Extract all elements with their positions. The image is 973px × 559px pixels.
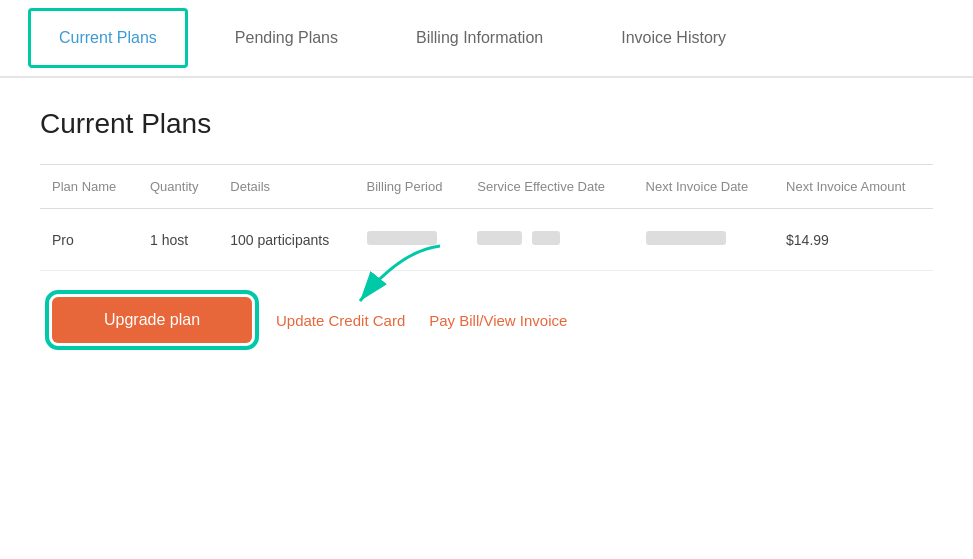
col-billing-period: Billing Period — [355, 165, 466, 209]
arrow-container: Upgrade plan Update Credit Card Pay Bill… — [40, 281, 933, 359]
table-row: Pro 1 host 100 participants $14.99 — [40, 209, 933, 271]
update-credit-card-link[interactable]: Update Credit Card — [276, 312, 405, 329]
plans-table: Plan Name Quantity Details Billing Perio… — [40, 164, 933, 271]
col-next-invoice-date: Next Invoice Date — [634, 165, 774, 209]
col-plan-name: Plan Name — [40, 165, 138, 209]
col-next-invoice-amount: Next Invoice Amount — [774, 165, 933, 209]
nav-tabs: Current Plans Pending Plans Billing Info… — [0, 0, 973, 78]
page-title: Current Plans — [40, 108, 933, 140]
cell-quantity: 1 host — [138, 209, 218, 271]
service-date-blurred-1 — [477, 231, 522, 245]
service-date-blurred-2 — [532, 231, 560, 245]
tab-billing-information[interactable]: Billing Information — [385, 8, 574, 68]
tab-pending-plans[interactable]: Pending Plans — [204, 8, 369, 68]
tab-current-plans[interactable]: Current Plans — [28, 8, 188, 68]
col-quantity: Quantity — [138, 165, 218, 209]
cell-details: 100 participants — [218, 209, 354, 271]
col-service-effective-date: Service Effective Date — [465, 165, 633, 209]
cell-plan-name: Pro — [40, 209, 138, 271]
page-content: Current Plans Plan Name Quantity Details… — [0, 78, 973, 389]
cell-billing-period — [355, 209, 466, 271]
pay-bill-view-invoice-link[interactable]: Pay Bill/View Invoice — [429, 312, 567, 329]
billing-period-blurred — [367, 231, 437, 245]
col-details: Details — [218, 165, 354, 209]
cell-service-effective-date — [465, 209, 633, 271]
cell-next-invoice-amount: $14.99 — [774, 209, 933, 271]
next-invoice-date-blurred — [646, 231, 726, 245]
tab-invoice-history[interactable]: Invoice History — [590, 8, 757, 68]
upgrade-plan-button[interactable]: Upgrade plan — [52, 297, 252, 343]
cell-next-invoice-date — [634, 209, 774, 271]
actions-row: Upgrade plan Update Credit Card Pay Bill… — [40, 281, 933, 359]
